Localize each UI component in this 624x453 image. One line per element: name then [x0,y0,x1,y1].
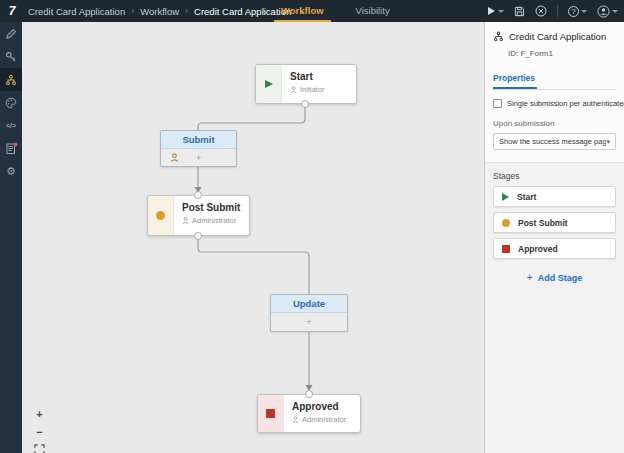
form-id: ID: F_Form1 [508,49,616,58]
node-post-submit[interactable]: Post Submit Administrator [147,195,250,236]
connection-handle[interactable] [301,100,309,108]
view-tabs: Workflow Visibility [278,0,393,22]
node-post-submit-body: Post Submit Administrator [174,196,249,235]
assignee-label: Administrator [192,216,236,225]
node-post-submit-strip [148,196,174,235]
breadcrumb-current[interactable]: Credit Card Application [194,6,291,17]
stage-square-icon [502,245,510,253]
breadcrumb: Credit Card Application › Workflow › Cre… [28,6,306,17]
sidebar-item-code[interactable]: </> [0,114,22,137]
save-button[interactable] [514,6,525,17]
tab-workflow[interactable]: Workflow [278,0,327,22]
top-bar: 7 Credit Card Application › Workflow › C… [0,0,624,22]
node-start-body: Start Initiator [282,65,356,103]
zoom-controls: + − [32,406,47,453]
node-title: Approved [292,401,352,412]
breadcrumb-separator: › [131,6,134,16]
upon-submission-select[interactable]: Show the success message page ▾ [493,133,616,150]
sidebar-item-settings[interactable]: ⚙ [0,160,22,183]
panel-stages-section: Stages Start Post Submit Approved + Add … [485,162,624,291]
single-submission-label: Single submission per authenticated user [507,99,624,108]
tab-properties[interactable]: Properties [493,73,537,89]
node-title: Submit [161,131,236,149]
connector-start-submit[interactable] [198,104,305,130]
single-submission-row: Single submission per authenticated user [493,99,616,108]
node-assignee: Administrator [182,216,241,225]
stages-label: Stages [493,171,616,181]
breadcrumb-separator: › [185,6,188,16]
stage-dot-icon [156,211,165,220]
node-approved-strip [258,395,284,432]
connector-layer [22,22,484,453]
breadcrumb-app[interactable]: Credit Card Application [28,6,125,17]
run-caret-icon [498,10,504,13]
sidebar-item-theme[interactable] [0,91,22,114]
node-submit-body: + [161,149,236,166]
add-tool-icon[interactable]: + [306,317,311,327]
connection-handle[interactable] [305,390,313,398]
sidebar-item-design[interactable] [0,22,22,45]
account-button[interactable] [597,5,618,18]
gear-icon: ⚙ [6,166,16,177]
stage-card-label: Approved [518,244,558,254]
connection-handle[interactable] [194,232,202,240]
node-submit[interactable]: Submit + [160,130,237,167]
topbar-actions: ? [486,0,618,22]
node-update-body: + [271,313,347,330]
stage-card-label: Start [517,192,536,202]
code-icon: </> [6,122,16,129]
app-logo[interactable]: 7 [0,4,24,18]
zoom-out-button[interactable]: − [32,424,47,439]
form-id-label: ID: [508,49,518,58]
workflow-icon [493,31,504,42]
workflow-designer-app: 7 Credit Card Application › Workflow › C… [0,0,624,453]
zoom-in-button[interactable]: + [32,406,47,421]
node-update[interactable]: Update + [270,294,348,332]
participant-icon [170,153,179,162]
notification-dot [13,143,17,147]
close-button[interactable] [535,5,547,17]
upon-submission-value: Show the success message page [499,137,606,146]
pen-icon [5,28,17,40]
user-avatar-icon [597,5,610,18]
node-title: Update [271,295,347,313]
palette-icon [5,97,17,109]
stage-square-icon [266,409,275,418]
stage-card-start[interactable]: Start [493,186,616,207]
connector-postsubmit-update[interactable] [198,236,309,294]
add-tool-icon[interactable]: + [196,153,201,163]
node-start[interactable]: Start Initiator [255,64,357,104]
sidebar-item-process[interactable] [0,68,22,91]
fit-view-button[interactable] [32,442,47,453]
play-icon [502,193,509,201]
play-icon [486,6,496,16]
tab-visibility[interactable]: Visibility [353,0,393,22]
plus-icon: + [527,272,533,283]
node-title: Post Submit [182,202,241,213]
breadcrumb-section[interactable]: Workflow [140,6,179,17]
stage-card-post-submit[interactable]: Post Submit [493,212,616,233]
properties-panel: Credit Card Application ID: F_Form1 Prop… [484,22,624,453]
connection-handle[interactable] [194,191,202,199]
assignee-label: Administrator [302,415,346,424]
single-submission-checkbox[interactable] [493,99,502,108]
panel-header: Credit Card Application ID: F_Form1 Prop… [485,22,624,90]
node-assignee: Initiator [290,85,348,94]
node-assignee: Administrator [292,415,352,424]
person-icon [290,86,297,93]
run-button[interactable] [486,6,504,16]
node-title: Start [290,71,348,82]
workflow-canvas[interactable]: Start Initiator Submit + [22,22,484,453]
stage-card-approved[interactable]: Approved [493,238,616,259]
workflow-icon [5,74,17,86]
sidebar-item-key[interactable] [0,45,22,68]
node-start-strip [256,65,282,103]
person-icon [292,416,299,423]
add-stage-button[interactable]: + Add Stage [493,272,616,283]
sidebar-item-form[interactable] [0,137,22,160]
add-stage-label: Add Stage [538,273,583,283]
help-button[interactable]: ? [568,6,587,17]
panel-title: Credit Card Application [509,31,606,42]
left-toolbar: </> ⚙ [0,22,22,453]
node-approved[interactable]: Approved Administrator [257,394,361,433]
